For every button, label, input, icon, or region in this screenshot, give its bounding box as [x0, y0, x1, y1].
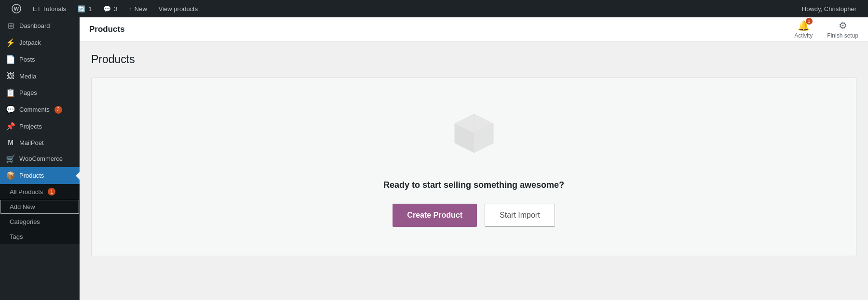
posts-icon: 📄	[6, 55, 15, 64]
svg-text:W: W	[14, 6, 19, 12]
sidebar: ⊞ Dashboard ⚡ Jetpack 📄 Posts 🖼 Media 📋 …	[0, 17, 80, 300]
box-icon	[445, 107, 503, 165]
sidebar-item-projects[interactable]: 📌 Projects	[0, 118, 80, 135]
empty-state-message: Ready to start selling something awesome…	[383, 180, 564, 190]
pages-icon: 📋	[6, 88, 15, 97]
mailpoet-icon: M	[6, 139, 15, 146]
admin-bar: W ET Tutorials 🔄 1 💬 3 + New View produc…	[0, 0, 868, 17]
page-title: Products	[91, 53, 856, 66]
header-actions: 🔔 1 Activity ⚙ Finish setup	[794, 20, 858, 39]
adminbar-updates[interactable]: 🔄 1	[72, 0, 97, 17]
main-content: Products 🔔 1 Activity ⚙ Finish setup Pro…	[80, 17, 868, 300]
products-icon: 📦	[6, 171, 15, 180]
finish-setup-action[interactable]: ⚙ Finish setup	[827, 20, 858, 39]
activity-icon: 🔔 1	[798, 20, 810, 31]
media-icon: 🖼	[6, 72, 15, 80]
sidebar-item-media[interactable]: 🖼 Media	[0, 68, 80, 84]
adminbar-view-products[interactable]: View products	[153, 0, 203, 17]
empty-state-actions: Create Product Start Import	[393, 204, 555, 227]
sidebar-submenu-tags[interactable]: Tags	[0, 229, 80, 244]
activity-action[interactable]: 🔔 1 Activity	[794, 20, 813, 39]
woocommerce-icon: 🛒	[6, 154, 15, 163]
adminbar-wp-logo[interactable]: W	[6, 0, 27, 17]
sidebar-item-jetpack[interactable]: ⚡ Jetpack	[0, 34, 80, 51]
products-submenu: All Products 1 Add New Categories Tags	[0, 184, 80, 244]
adminbar-user[interactable]: Howdy, Christopher	[796, 0, 862, 17]
adminbar-comments[interactable]: 💬 3	[97, 0, 123, 17]
sidebar-item-mailpoet[interactable]: M MailPoet	[0, 135, 80, 150]
dashboard-icon: ⊞	[6, 21, 15, 30]
jetpack-icon: ⚡	[6, 38, 15, 47]
adminbar-new[interactable]: + New	[123, 0, 153, 17]
page-content: Products Ready to start sel	[80, 41, 868, 300]
sidebar-item-comments[interactable]: 💬 Comments 3	[0, 101, 80, 118]
header-page-title: Products	[89, 25, 125, 34]
sidebar-item-dashboard[interactable]: ⊞ Dashboard	[0, 17, 80, 34]
sidebar-submenu-add-new[interactable]: Add New	[0, 199, 80, 214]
create-product-button[interactable]: Create Product	[393, 204, 477, 227]
sidebar-item-woocommerce[interactable]: 🛒 WooCommerce	[0, 150, 80, 167]
sidebar-item-products[interactable]: 📦 Products	[0, 167, 80, 184]
sidebar-submenu-all-products[interactable]: All Products 1	[0, 184, 80, 199]
top-header: Products 🔔 1 Activity ⚙ Finish setup	[80, 17, 868, 41]
activity-badge: 1	[806, 18, 813, 25]
sidebar-item-posts[interactable]: 📄 Posts	[0, 51, 80, 68]
sidebar-item-pages[interactable]: 📋 Pages	[0, 84, 80, 101]
adminbar-site-name[interactable]: ET Tutorials	[27, 0, 72, 17]
comments-icon: 💬	[6, 105, 15, 114]
sidebar-submenu-categories[interactable]: Categories	[0, 214, 80, 229]
empty-state: Ready to start selling something awesome…	[91, 78, 856, 256]
projects-icon: 📌	[6, 122, 15, 131]
box-icon-container	[445, 107, 503, 167]
all-products-badge: 1	[48, 188, 55, 196]
start-import-button[interactable]: Start Import	[485, 204, 555, 227]
comments-badge: 3	[54, 106, 62, 114]
sidebar-active-arrow	[76, 172, 80, 180]
finish-setup-icon: ⚙	[839, 20, 847, 31]
